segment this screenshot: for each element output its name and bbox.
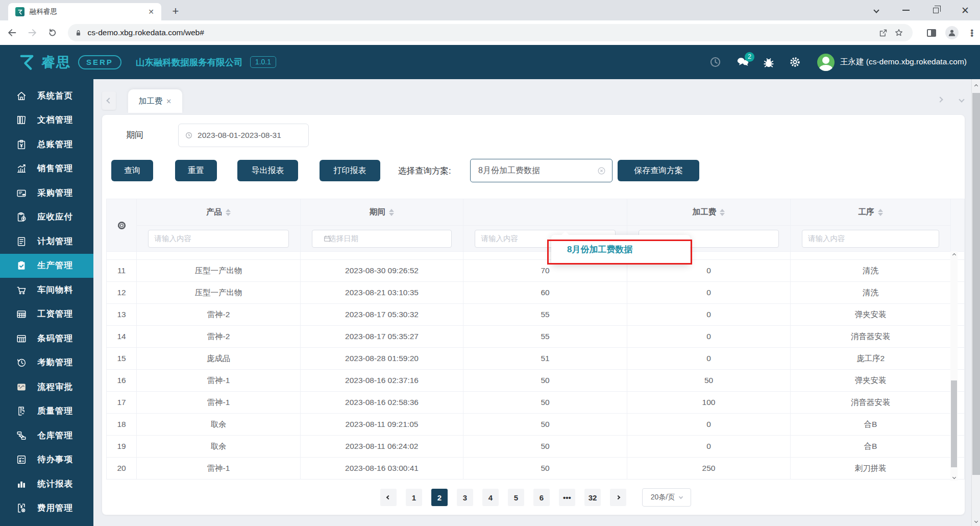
window-restore-button[interactable] bbox=[921, 0, 950, 20]
pagination-page-5[interactable]: 5 bbox=[508, 489, 524, 506]
workspace-tab-processing-fee[interactable]: 加工费 ✕ bbox=[128, 89, 182, 113]
sidebar-item-salary[interactable]: 工资管理 bbox=[0, 302, 93, 327]
clear-circle-icon[interactable] bbox=[597, 166, 606, 176]
sidebar-item-workshop-materials[interactable]: 车间物料 bbox=[0, 278, 93, 302]
scheme-dropdown-option[interactable]: 8月份加工费数据 bbox=[551, 235, 690, 265]
column-filter-4[interactable] bbox=[791, 230, 950, 248]
tab-scroll-left-icon[interactable] bbox=[102, 91, 116, 110]
tab-search-icon[interactable] bbox=[862, 0, 891, 20]
new-tab-button[interactable]: + bbox=[168, 5, 183, 19]
reset-button[interactable]: 重置 bbox=[175, 160, 217, 181]
forward-icon[interactable] bbox=[24, 24, 41, 41]
tab-scroll-right-icon[interactable] bbox=[938, 94, 942, 104]
user-avatar[interactable] bbox=[817, 54, 835, 71]
pagination-page-3[interactable]: 3 bbox=[457, 489, 473, 506]
window-minimize-button[interactable] bbox=[891, 0, 921, 20]
messages-icon[interactable]: 2 bbox=[736, 56, 749, 69]
sort-icons[interactable] bbox=[878, 209, 883, 217]
window-close-button[interactable]: ✕ bbox=[950, 0, 980, 20]
address-bar[interactable]: cs-demo.xbg.rokedata.com/web# bbox=[68, 24, 913, 41]
save-scheme-button[interactable]: 保存查询方案 bbox=[618, 160, 699, 181]
table-row[interactable]: 12压型一产出物2023-08-21 03:10:35600清洗 bbox=[107, 282, 965, 304]
sidebar-item-quality[interactable]: 质量管理 bbox=[0, 399, 93, 424]
tab-close-icon[interactable]: ✕ bbox=[146, 7, 156, 17]
table-scroll-up-icon[interactable] bbox=[950, 251, 958, 258]
sidebar-item-general-ledger[interactable]: 总账管理 bbox=[0, 132, 93, 157]
sidebar-item-reports[interactable]: 统计报表 bbox=[0, 472, 93, 496]
column-filter-1[interactable] bbox=[301, 230, 463, 248]
sort-icons[interactable] bbox=[389, 209, 394, 217]
page-scrollbar[interactable] bbox=[971, 79, 980, 526]
sidebar-item-home[interactable]: 系统首页 bbox=[0, 84, 93, 108]
column-header-3[interactable]: 加工费 bbox=[627, 199, 791, 226]
sidebar-item-planning[interactable]: 计划管理 bbox=[0, 229, 93, 254]
pagination-page-4[interactable]: 4 bbox=[482, 489, 499, 506]
table-row[interactable]: 18取余2023-08-11 09:21:05500合B bbox=[107, 414, 965, 436]
table-row[interactable]: 15庞成品2023-08-28 01:59:20510庞工序2 bbox=[107, 348, 965, 370]
sidebar-item-todo[interactable]: 待办事项 bbox=[0, 448, 93, 472]
pagination-page-6[interactable]: 6 bbox=[533, 489, 550, 506]
column-header-0[interactable]: 产品 bbox=[137, 199, 301, 226]
browser-menu-kebab-icon[interactable]: ••• bbox=[964, 24, 980, 41]
sidebar-item-barcode[interactable]: 条码管理 bbox=[0, 326, 93, 351]
table-scroll-thumb[interactable] bbox=[951, 380, 957, 467]
side-panel-icon[interactable] bbox=[924, 24, 940, 41]
table-row[interactable]: 20雷神-12023-08-16 03:00:4150250刺刀拼装 bbox=[107, 458, 965, 480]
sidebar-item-approval[interactable]: 流程审批 bbox=[0, 375, 93, 399]
page-scroll-thumb[interactable] bbox=[972, 93, 980, 475]
table-row[interactable]: 19取余2023-08-11 06:24:02500合B bbox=[107, 436, 965, 458]
column-filter-0[interactable] bbox=[137, 230, 300, 248]
browser-tab[interactable]: 融科睿思 ✕ bbox=[8, 3, 161, 20]
bookmark-star-icon[interactable] bbox=[891, 25, 906, 40]
workspace-tab-close-icon[interactable]: ✕ bbox=[166, 98, 172, 105]
sidebar-item-label: 采购管理 bbox=[37, 187, 73, 199]
sidebar-item-expense[interactable]: 费用管理 bbox=[0, 496, 93, 521]
sidebar-item-attendance[interactable]: 考勤管理 bbox=[0, 351, 93, 375]
table-vertical-scrollbar[interactable] bbox=[950, 251, 958, 481]
page-scroll-up-icon[interactable] bbox=[972, 82, 980, 90]
sidebar-item-receivable-payable[interactable]: 应收应付 bbox=[0, 205, 93, 230]
sidebar-item-purchasing[interactable]: 采购管理 bbox=[0, 181, 93, 205]
pagination-page-1[interactable]: 1 bbox=[406, 489, 422, 506]
table-row[interactable]: 13雷神-22023-08-17 05:30:32550弹夹安装 bbox=[107, 304, 965, 326]
column-settings-gear-icon[interactable] bbox=[107, 199, 137, 252]
table-row[interactable]: 11压型一产出物2023-08-30 09:26:52700清洗 bbox=[107, 260, 965, 282]
pagination-ellipsis[interactable]: ••• bbox=[559, 489, 575, 506]
print-report-button[interactable]: 打印报表 bbox=[320, 160, 380, 181]
bug-icon[interactable] bbox=[762, 56, 775, 69]
share-icon[interactable] bbox=[876, 25, 891, 40]
sidebar-item-warehouse[interactable]: 仓库管理 bbox=[0, 423, 93, 448]
table-row[interactable]: 14雷神-22023-08-17 05:35:27550消音器安装 bbox=[107, 326, 965, 348]
pagination-prev-icon[interactable] bbox=[380, 489, 397, 506]
pagination-page-2[interactable]: 2 bbox=[431, 489, 448, 506]
export-report-button[interactable]: 导出报表 bbox=[237, 160, 298, 181]
back-icon[interactable] bbox=[4, 24, 20, 41]
sidebar-item-production[interactable]: 生产管理 bbox=[0, 254, 93, 278]
period-date-range-input[interactable] bbox=[178, 124, 309, 147]
pagination-next-icon[interactable] bbox=[610, 489, 626, 506]
sort-icons[interactable] bbox=[720, 209, 725, 217]
search-button[interactable]: 查询 bbox=[111, 160, 153, 181]
sidebar-item-label: 销售管理 bbox=[37, 163, 73, 174]
table-scroll-down-icon[interactable] bbox=[950, 473, 958, 481]
page-size-select[interactable]: 20条/页 bbox=[642, 488, 691, 507]
sidebar-item-documents[interactable]: 文档管理 bbox=[0, 108, 93, 133]
table-row[interactable]: 17雷神-12023-08-16 02:58:3650100消音器安装 bbox=[107, 392, 965, 414]
scheme-select[interactable] bbox=[470, 159, 612, 182]
page-scroll-down-icon[interactable] bbox=[972, 517, 980, 525]
reload-icon[interactable] bbox=[44, 24, 61, 41]
tab-collapse-icon[interactable] bbox=[960, 94, 964, 104]
clock-icon bbox=[185, 131, 193, 140]
sidebar-item-sales[interactable]: 销售管理 bbox=[0, 157, 93, 181]
settings-gear-icon[interactable] bbox=[789, 56, 802, 69]
column-header-1[interactable]: 期间 bbox=[301, 199, 463, 226]
table-row[interactable]: 16雷神-12023-08-16 02:37:165050弹夹安装 bbox=[107, 370, 965, 392]
column-header-4[interactable]: 工序 bbox=[791, 199, 951, 226]
history-clock-icon[interactable] bbox=[709, 56, 722, 69]
pagination-page-32[interactable]: 32 bbox=[584, 489, 601, 506]
message-count-badge: 2 bbox=[745, 52, 754, 62]
browser-profile-avatar[interactable] bbox=[944, 24, 960, 41]
column-header-2[interactable] bbox=[463, 199, 627, 226]
sort-icons[interactable] bbox=[226, 209, 231, 217]
sidebar-item-label: 系统首页 bbox=[37, 90, 73, 102]
